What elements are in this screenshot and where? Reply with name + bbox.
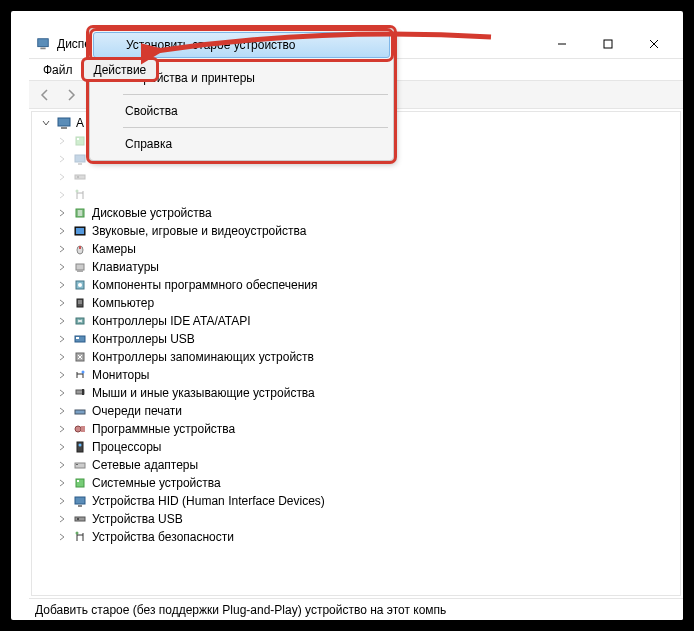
device-category-icon [72, 187, 88, 203]
menu-action[interactable]: Действие [83, 59, 158, 80]
chevron-right-icon[interactable] [56, 369, 68, 381]
tree-node[interactable]: Устройства USB [32, 510, 680, 528]
tree-node-label: Очереди печати [92, 404, 182, 418]
svg-point-34 [82, 371, 85, 374]
tree-node[interactable] [32, 186, 680, 204]
svg-point-49 [77, 518, 79, 520]
chevron-right-icon[interactable] [56, 189, 68, 201]
chevron-right-icon[interactable] [56, 279, 68, 291]
chevron-right-icon[interactable] [56, 459, 68, 471]
chevron-right-icon[interactable] [56, 333, 68, 345]
tree-node[interactable]: Контроллеры USB [32, 330, 680, 348]
device-category-icon [72, 133, 88, 149]
svg-rect-36 [82, 389, 84, 395]
device-tree[interactable]: A Дисковые устройстваЗвуковые, игровые и… [31, 111, 681, 596]
dropdown-properties[interactable]: Свойства [93, 98, 390, 124]
minimize-button[interactable] [539, 29, 585, 59]
chevron-right-icon[interactable] [56, 207, 68, 219]
svg-rect-1 [40, 47, 45, 49]
tree-node[interactable]: Дисковые устройства [32, 204, 680, 222]
svg-rect-43 [76, 464, 78, 465]
chevron-right-icon[interactable] [56, 153, 68, 165]
device-category-icon [72, 259, 88, 275]
dropdown-install-legacy[interactable]: Установить старое устройство [93, 32, 390, 58]
tree-node[interactable]: Программные устройства [32, 420, 680, 438]
svg-rect-45 [77, 480, 79, 482]
svg-rect-42 [75, 463, 85, 468]
tree-node[interactable]: Системные устройства [32, 474, 680, 492]
chevron-right-icon[interactable] [56, 477, 68, 489]
device-manager-window: Диспетчер устройств Файл Действие Вид Сп… [29, 29, 683, 620]
device-category-icon [72, 529, 88, 545]
svg-rect-11 [61, 127, 67, 129]
svg-rect-25 [77, 270, 83, 272]
tree-node[interactable]: Компоненты программного обеспечения [32, 276, 680, 294]
tree-node[interactable]: Очереди печати [32, 402, 680, 420]
svg-rect-32 [76, 337, 79, 339]
tree-node-label: Процессоры [92, 440, 162, 454]
chevron-right-icon[interactable] [56, 135, 68, 147]
maximize-button[interactable] [585, 29, 631, 59]
chevron-right-icon[interactable] [56, 315, 68, 327]
tree-node-label: Компьютер [92, 296, 154, 310]
tree-node-label: Устройства USB [92, 512, 183, 526]
svg-rect-15 [78, 163, 82, 165]
device-category-icon [72, 295, 88, 311]
device-category-icon [72, 151, 88, 167]
close-button[interactable] [631, 29, 677, 59]
menu-file[interactable]: Файл [33, 59, 83, 80]
forward-button[interactable] [59, 83, 83, 107]
tree-node[interactable]: Клавиатуры [32, 258, 680, 276]
svg-point-41 [79, 444, 82, 447]
device-category-icon [72, 277, 88, 293]
device-category-icon [72, 241, 88, 257]
chevron-right-icon[interactable] [56, 297, 68, 309]
app-icon [35, 36, 51, 52]
chevron-right-icon[interactable] [56, 441, 68, 453]
svg-rect-37 [75, 410, 85, 414]
tree-node[interactable]: Контроллеры IDE ATA/ATAPI [32, 312, 680, 330]
chevron-right-icon[interactable] [56, 225, 68, 237]
chevron-right-icon[interactable] [56, 405, 68, 417]
chevron-right-icon[interactable] [56, 351, 68, 363]
dropdown-separator [123, 61, 388, 62]
chevron-right-icon[interactable] [56, 531, 68, 543]
tree-node[interactable]: Мыши и иные указывающие устройства [32, 384, 680, 402]
tree-node-label: Сетевые адаптеры [92, 458, 198, 472]
chevron-right-icon[interactable] [56, 513, 68, 525]
tree-node-label: Контроллеры USB [92, 332, 195, 346]
tree-node[interactable]: Процессоры [32, 438, 680, 456]
tree-node-label: Дисковые устройства [92, 206, 212, 220]
chevron-right-icon[interactable] [56, 387, 68, 399]
svg-rect-29 [78, 300, 82, 304]
device-category-icon [72, 169, 88, 185]
tree-node[interactable]: Звуковые, игровые и видеоустройства [32, 222, 680, 240]
tree-node[interactable]: Сетевые адаптеры [32, 456, 680, 474]
chevron-down-icon[interactable] [40, 117, 52, 129]
tree-node[interactable]: Устройства HID (Human Interface Devices) [32, 492, 680, 510]
tree-node[interactable]: Устройства безопасности [32, 528, 680, 546]
tree-node[interactable]: Компьютер [32, 294, 680, 312]
device-category-icon [72, 349, 88, 365]
device-category-icon [72, 475, 88, 491]
tree-node[interactable]: Мониторы [32, 366, 680, 384]
svg-rect-14 [75, 155, 85, 162]
dropdown-help[interactable]: Справка [93, 131, 390, 157]
chevron-right-icon[interactable] [56, 261, 68, 273]
chevron-right-icon[interactable] [56, 243, 68, 255]
device-category-icon [72, 493, 88, 509]
chevron-right-icon[interactable] [56, 423, 68, 435]
device-category-icon [72, 205, 88, 221]
tree-node-label: Устройства безопасности [92, 530, 234, 544]
tree-node[interactable] [32, 168, 680, 186]
toolbar: Обновить конфигурацию оборудов... Устано… [29, 81, 683, 109]
statusbar: Добавить старое (без поддержки Plug-and-… [29, 598, 683, 620]
svg-rect-13 [77, 138, 79, 140]
chevron-right-icon[interactable] [56, 171, 68, 183]
dropdown-separator [123, 94, 388, 95]
device-category-icon [72, 421, 88, 437]
tree-node[interactable]: Контроллеры запоминающих устройств [32, 348, 680, 366]
back-button[interactable] [33, 83, 57, 107]
tree-node[interactable]: Камеры [32, 240, 680, 258]
chevron-right-icon[interactable] [56, 495, 68, 507]
